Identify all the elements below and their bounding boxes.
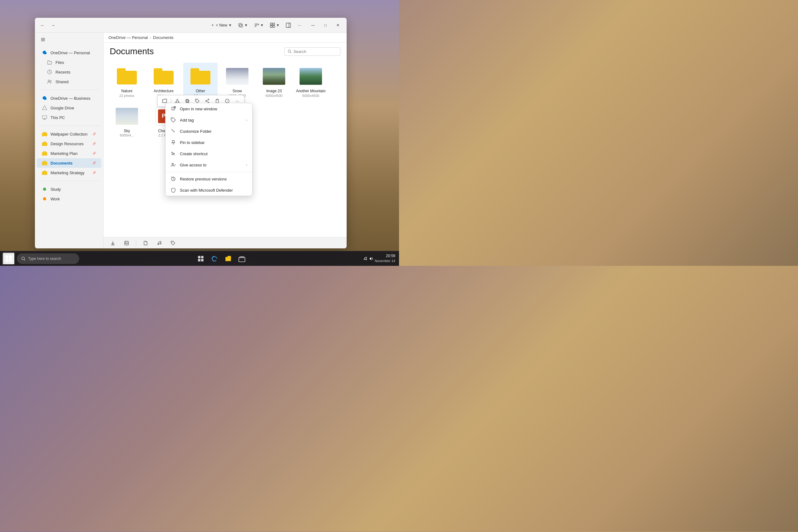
- start-button[interactable]: [2, 252, 15, 265]
- panel-icon: [286, 23, 291, 28]
- widgets-icon: [197, 255, 204, 262]
- close-button[interactable]: ✕: [332, 20, 344, 30]
- sidebar-section-onedrive: OneDrive — Personal Files Recents: [35, 46, 103, 88]
- sidebar-item-this-pc[interactable]: This PC: [37, 113, 101, 122]
- search-input[interactable]: [293, 49, 337, 54]
- ctx-open-new-window[interactable]: Open in new window: [166, 103, 252, 114]
- breadcrumb-onedrive[interactable]: OneDrive — Personal: [109, 35, 148, 40]
- ctx-add-tag[interactable]: Add tag ›: [166, 114, 252, 126]
- list-item[interactable]: Another Mountain 6000x4500: [293, 63, 328, 100]
- list-item[interactable]: Snow 6000x4500: [220, 63, 254, 100]
- svg-point-39: [206, 101, 207, 101]
- breadcrumb-documents[interactable]: Documents: [153, 35, 174, 40]
- new-button[interactable]: + + New ▾: [208, 20, 234, 30]
- copy-icon-toolbar: [185, 99, 190, 103]
- sort-button[interactable]: ▾: [251, 20, 266, 30]
- sidebar-item-marketing-plan[interactable]: Marketing Plan 📌: [37, 149, 101, 158]
- page-title: Documents: [110, 46, 284, 56]
- more-options-button[interactable]: ···: [294, 20, 304, 30]
- statusbar-music-button[interactable]: [155, 239, 164, 247]
- ctx-give-access[interactable]: Give access to ›: [166, 159, 252, 170]
- ctx-pin-sidebar[interactable]: Pin to sidebar: [166, 137, 252, 148]
- image-icon-wrap-img23: [263, 65, 285, 88]
- scan-defender-icon: [171, 187, 176, 193]
- taskbar-search-bar[interactable]: Type here to search: [17, 253, 79, 264]
- study-dot-icon: [42, 186, 48, 192]
- taskbar-date: November 14: [375, 259, 395, 263]
- hamburger-button[interactable]: [37, 34, 49, 45]
- folder-body: [117, 71, 137, 84]
- file-name-mountain: Another Mountain: [296, 89, 326, 94]
- list-item[interactable]: Nature 22 photos: [110, 63, 144, 100]
- svg-point-54: [22, 257, 25, 260]
- statusbar-tag-button[interactable]: [169, 239, 177, 247]
- ctx-customize-folder[interactable]: Customize Folder: [166, 126, 252, 137]
- sidebar-item-google-drive[interactable]: Google Drive: [37, 103, 101, 113]
- details-panel-button[interactable]: [283, 20, 294, 30]
- file-meta-img23: 6000x4500: [266, 94, 282, 98]
- ctx-create-shortcut[interactable]: Create shortcut: [166, 148, 252, 159]
- sidebar-item-onedrive-personal[interactable]: OneDrive — Personal: [37, 48, 101, 57]
- thumbnail-mountain: [300, 68, 322, 85]
- pin-icon-2: 📌: [92, 142, 96, 146]
- svg-point-16: [50, 80, 52, 82]
- list-item[interactable]: Image 23 6000x4500: [257, 63, 291, 100]
- statusbar-download-button[interactable]: [109, 239, 117, 247]
- list-item[interactable]: Sky 6000x4...: [110, 102, 144, 140]
- add-tag-arrow: ›: [246, 118, 247, 122]
- design-folder-icon: [42, 141, 48, 147]
- image-icon: [125, 241, 129, 245]
- sidebar-item-design-resources[interactable]: Design Resources 📌: [37, 139, 101, 148]
- ctx-restore-versions[interactable]: Restore previous versions: [166, 173, 252, 185]
- taskbar-store-button[interactable]: [236, 252, 248, 265]
- list-item[interactable]: Architecture 17 items: [147, 63, 181, 100]
- svg-point-21: [288, 50, 290, 52]
- onedrive-personal-icon: [42, 50, 48, 56]
- back-button[interactable]: ←: [37, 20, 48, 30]
- svg-rect-9: [286, 23, 290, 27]
- view-button[interactable]: ▾: [267, 20, 282, 30]
- sidebar-item-work[interactable]: Work: [37, 194, 101, 204]
- view-chevron-icon: ▾: [277, 23, 279, 27]
- onedrive-personal-label: OneDrive — Personal: [51, 51, 90, 55]
- content-header: Documents: [103, 43, 347, 59]
- files-icon: [47, 59, 52, 65]
- sidebar-item-marketing-strategy[interactable]: Marketing Strategy 📌: [37, 168, 101, 177]
- forward-button[interactable]: →: [48, 20, 58, 30]
- statusbar-new-file-button[interactable]: [141, 239, 150, 247]
- statusbar-image-button[interactable]: [122, 239, 131, 247]
- sidebar-item-wallpaper-collection[interactable]: Wallpaper Collection 📌: [37, 129, 101, 139]
- svg-line-55: [24, 259, 25, 261]
- sidebar-item-onedrive-business[interactable]: OneDrive — Business: [37, 94, 101, 103]
- shared-icon: [47, 79, 52, 84]
- taskbar-widgets-button[interactable]: [194, 252, 207, 265]
- sidebar-item-documents[interactable]: Documents 📌: [37, 158, 101, 168]
- view-icon: [270, 23, 275, 28]
- taskbar-clock[interactable]: 20:59 November 14: [375, 253, 395, 263]
- copy-path-button[interactable]: ▾: [235, 20, 250, 30]
- taskbar-edge-button[interactable]: [208, 252, 221, 265]
- sidebar-item-recents[interactable]: Recents: [37, 67, 101, 77]
- file-explorer-icon: [225, 255, 232, 262]
- marketing-plan-label: Marketing Plan: [51, 151, 78, 156]
- sort-chevron-icon: ▾: [261, 23, 263, 27]
- work-label: Work: [51, 197, 60, 201]
- ctx-give-access-label: Give access to: [180, 163, 206, 167]
- ctx-scan-defender-label: Scan with Microsoft Defender: [180, 188, 233, 193]
- ctx-open-new-window-label: Open in new window: [180, 107, 217, 111]
- search-icon: [288, 49, 291, 54]
- minimize-button[interactable]: —: [307, 20, 319, 30]
- sidebar-item-files[interactable]: Files: [37, 58, 101, 67]
- list-item[interactable]: Other 17 items: [183, 63, 217, 100]
- ctx-scan-defender[interactable]: Scan with Microsoft Defender: [166, 185, 252, 196]
- sidebar-item-study[interactable]: Study: [37, 185, 101, 194]
- taskbar-file-explorer-button[interactable]: [222, 252, 234, 265]
- svg-point-50: [172, 163, 174, 165]
- search-bar[interactable]: [284, 48, 340, 56]
- maximize-button[interactable]: □: [319, 20, 332, 30]
- sidebar-item-shared[interactable]: Shared: [37, 77, 101, 86]
- marketing-strategy-label: Marketing Strategy: [51, 170, 84, 175]
- edge-icon: [211, 255, 218, 262]
- pin-icon-5: 📌: [92, 171, 96, 175]
- ctx-menu-separator: [166, 172, 252, 172]
